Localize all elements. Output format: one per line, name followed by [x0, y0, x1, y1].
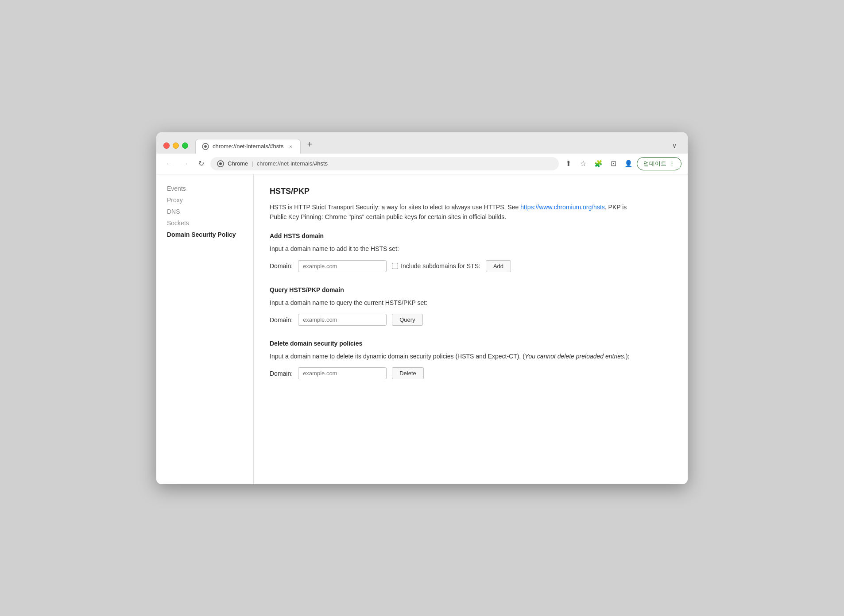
tab-menu-chevron-icon[interactable]: ∨ [668, 139, 681, 152]
share-icon: ⬆ [565, 159, 571, 168]
subdomains-checkbox[interactable] [392, 263, 398, 269]
bookmark-button[interactable]: ☆ [577, 157, 590, 170]
query-hsts-section: Query HSTS/PKP domain Input a domain nam… [270, 286, 633, 326]
close-window-button[interactable] [163, 142, 170, 149]
delete-desc-italic: You cannot delete preloaded entries. [525, 353, 626, 360]
refresh-icon: ↻ [198, 159, 204, 168]
page-title: HSTS/PKP [270, 187, 672, 196]
new-tab-button[interactable]: + [302, 138, 317, 152]
nav-bar: ← → ↻ Chrome | chrome://net-internals/#h… [156, 154, 688, 174]
svg-point-3 [219, 162, 222, 165]
add-domain-label: Domain: [270, 262, 293, 270]
add-button[interactable]: Add [486, 260, 511, 272]
query-button[interactable]: Query [392, 314, 422, 326]
sidebar-item-domain-security-policy[interactable]: Domain Security Policy [163, 229, 246, 240]
address-url-prefix: chrome://net-internals/ [257, 160, 314, 167]
delete-security-section: Delete domain security policies Input a … [270, 340, 633, 379]
delete-button[interactable]: Delete [392, 367, 424, 379]
profile-icon: 👤 [624, 160, 633, 168]
address-site-name: Chrome [228, 160, 248, 167]
address-separator: | [252, 160, 253, 167]
subdomains-checkbox-label[interactable]: Include subdomains for STS: [392, 262, 480, 270]
add-section-title: Add HSTS domain [270, 232, 633, 239]
title-bar: chrome://net-internals/#hsts × + ∨ [156, 132, 688, 154]
delete-desc-part1: Input a domain name to delete its dynami… [270, 353, 525, 360]
sidebar-item-sockets[interactable]: Sockets [163, 218, 246, 228]
hsts-description: HSTS is HTTP Strict Transport Security: … [270, 202, 633, 222]
add-hsts-section: Add HSTS domain Input a domain name to a… [270, 232, 633, 272]
sidebar-item-dns[interactable]: DNS [163, 206, 246, 217]
delete-section-desc: Input a domain name to delete its dynami… [270, 351, 633, 361]
description-text-1: HSTS is HTTP Strict Transport Security: … [270, 204, 520, 211]
delete-section-title: Delete domain security policies [270, 340, 633, 347]
traffic-lights [163, 142, 188, 149]
sidebar-item-proxy[interactable]: Proxy [163, 195, 246, 205]
minimize-window-button[interactable] [173, 142, 179, 149]
forward-icon: → [182, 160, 189, 168]
split-view-button[interactable]: ⊡ [607, 157, 620, 170]
add-form-row: Domain: Include subdomains for STS: Add [270, 260, 633, 272]
query-form-row: Domain: Query [270, 314, 633, 326]
delete-form-row: Domain: Delete [270, 367, 633, 379]
profile-button[interactable]: 👤 [622, 157, 635, 170]
address-url-hash: #hsts [314, 160, 328, 167]
forward-button[interactable]: → [178, 157, 192, 170]
refresh-button[interactable]: ↻ [194, 157, 208, 170]
browser-body: Events Proxy DNS Sockets Domain Security… [156, 174, 688, 484]
description-link[interactable]: https://www.chromium.org/hsts [520, 204, 605, 211]
query-section-desc: Input a domain name to query the current… [270, 298, 633, 308]
svg-point-1 [204, 145, 207, 148]
add-section-desc: Input a domain name to add it to the HST… [270, 244, 633, 254]
update-menu-icon: ⋮ [669, 160, 675, 167]
main-content: HSTS/PKP HSTS is HTTP Strict Transport S… [254, 174, 688, 484]
bookmark-icon: ☆ [580, 159, 586, 168]
update-button[interactable]: 업데이트 ⋮ [637, 157, 681, 170]
share-button[interactable]: ⬆ [561, 157, 575, 170]
delete-desc-part2: ): [626, 353, 630, 360]
query-domain-label: Domain: [270, 316, 293, 323]
tab-title: chrome://net-internals/#hsts [213, 143, 283, 150]
query-section-title: Query HSTS/PKP domain [270, 286, 633, 293]
back-button[interactable]: ← [163, 157, 176, 170]
browser-window: chrome://net-internals/#hsts × + ∨ ← → ↻… [156, 132, 688, 484]
delete-domain-label: Domain: [270, 370, 293, 377]
update-label: 업데이트 [643, 160, 666, 168]
query-domain-input[interactable] [298, 314, 387, 326]
delete-domain-input[interactable] [298, 367, 387, 379]
tabs-row: chrome://net-internals/#hsts × + ∨ [195, 138, 681, 154]
split-view-icon: ⊡ [611, 159, 616, 168]
extension-button[interactable]: 🧩 [592, 157, 605, 170]
tab-favicon-icon [202, 143, 209, 150]
extension-icon: 🧩 [594, 160, 603, 168]
subdomains-label-text: Include subdomains for STS: [401, 262, 480, 270]
address-url: chrome://net-internals/#hsts [257, 160, 552, 167]
tab-close-button[interactable]: × [287, 143, 294, 150]
maximize-window-button[interactable] [182, 142, 188, 149]
sidebar-item-events[interactable]: Events [163, 183, 246, 194]
nav-actions: ⬆ ☆ 🧩 ⊡ 👤 업데이트 ⋮ [561, 157, 681, 170]
active-tab[interactable]: chrome://net-internals/#hsts × [195, 139, 301, 154]
add-domain-input[interactable] [298, 260, 387, 272]
address-favicon-icon [217, 160, 224, 167]
back-icon: ← [166, 160, 173, 168]
sidebar: Events Proxy DNS Sockets Domain Security… [156, 174, 254, 484]
address-bar[interactable]: Chrome | chrome://net-internals/#hsts [210, 157, 559, 170]
